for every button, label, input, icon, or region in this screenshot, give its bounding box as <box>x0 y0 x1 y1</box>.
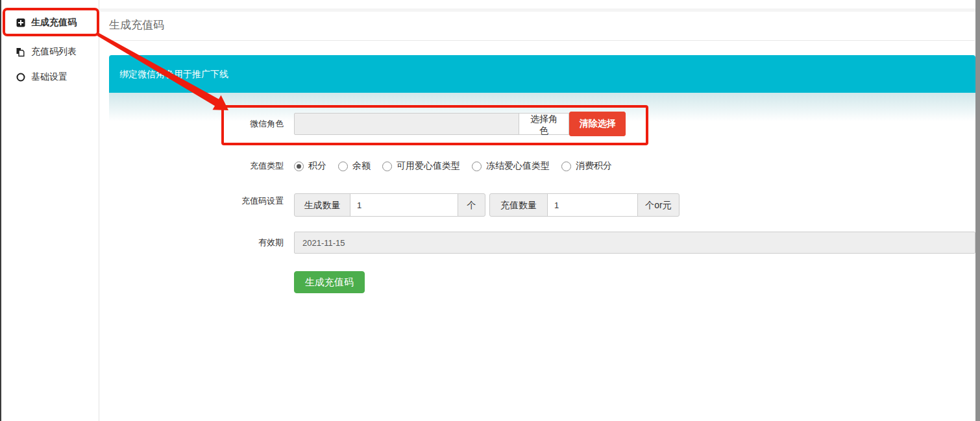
radio-icon[interactable] <box>382 162 392 171</box>
validity-label: 有效期 <box>109 232 284 254</box>
recharge-qty-addon: 充值数量 <box>489 193 548 217</box>
circle-outline-icon <box>16 73 25 82</box>
radio-option-frozen-love-value[interactable]: 冻结爱心值类型 <box>472 160 550 172</box>
sidebar-item-label: 生成充值码 <box>31 17 77 29</box>
radio-icon[interactable] <box>338 162 348 171</box>
page-title: 生成充值码 <box>109 18 164 32</box>
radio-label: 积分 <box>308 160 326 172</box>
generate-qty-input[interactable] <box>350 193 458 217</box>
generate-code-button[interactable]: 生成充值码 <box>294 271 365 293</box>
clear-selection-button[interactable]: 清除选择 <box>569 112 626 136</box>
sidebar: 生成充值码 充值码列表 基础设置 <box>1 0 99 421</box>
radio-option-available-love-value[interactable]: 可用爱心值类型 <box>382 160 460 172</box>
code-settings-label: 充值码设置 <box>109 193 284 208</box>
radio-icon[interactable] <box>472 162 482 171</box>
sidebar-item-basic-settings[interactable]: 基础设置 <box>1 66 99 88</box>
radio-icon[interactable] <box>561 162 571 171</box>
recharge-qty-group: 充值数量 个or元 <box>489 193 680 217</box>
radio-label: 可用爱心值类型 <box>397 160 460 172</box>
validity-date-input[interactable] <box>294 232 975 254</box>
radio-option-consume-points[interactable]: 消费积分 <box>561 160 612 172</box>
radio-label: 余额 <box>352 160 371 172</box>
generate-qty-group: 生成数量 个 <box>294 193 485 217</box>
submit-row: 生成充值码 <box>109 271 365 293</box>
screen: 生成充值码 充值码列表 基础设置 生成充值码 绑定微信角色用于推广下线 微信角色… <box>0 0 980 421</box>
radio-label: 冻结爱心值类型 <box>486 160 550 172</box>
recharge-type-row: 充值类型 积分 余额 可用爱心值类型 冻结爱心值类型 消费积分 <box>109 160 612 172</box>
copy-icon <box>16 47 25 57</box>
radio-label: 消费积分 <box>576 160 612 172</box>
wechat-role-input[interactable] <box>294 113 519 135</box>
panel-heading: 绑定微信角色用于推广下线 <box>109 55 975 93</box>
generate-qty-addon: 生成数量 <box>294 193 350 217</box>
vertical-scrollbar[interactable] <box>975 0 980 421</box>
sidebar-item-generate-code[interactable]: 生成充值码 <box>1 12 99 34</box>
sidebar-item-label: 充值码列表 <box>31 46 77 58</box>
generate-qty-unit: 个 <box>458 193 485 217</box>
validity-row: 有效期 <box>109 232 975 254</box>
recharge-qty-unit: 个or元 <box>637 193 680 217</box>
wechat-role-row: 微信角色 选择角色 清除选择 <box>109 113 626 136</box>
radio-icon[interactable] <box>294 162 304 171</box>
recharge-type-label: 充值类型 <box>109 160 284 172</box>
select-role-button[interactable]: 选择角色 <box>519 113 569 135</box>
code-settings-row: 充值码设置 生成数量 个 充值数量 个or元 <box>109 193 680 217</box>
title-divider <box>109 40 975 41</box>
recharge-qty-input[interactable] <box>547 193 638 217</box>
sidebar-item-label: 基础设置 <box>31 71 67 83</box>
top-band <box>1 8 975 12</box>
sidebar-item-code-list[interactable]: 充值码列表 <box>1 41 99 63</box>
wechat-role-label: 微信角色 <box>109 113 284 135</box>
radio-option-points[interactable]: 积分 <box>294 160 326 172</box>
window-left-edge <box>0 0 1 421</box>
radio-option-balance[interactable]: 余额 <box>338 160 371 172</box>
plus-square-icon <box>16 18 25 28</box>
